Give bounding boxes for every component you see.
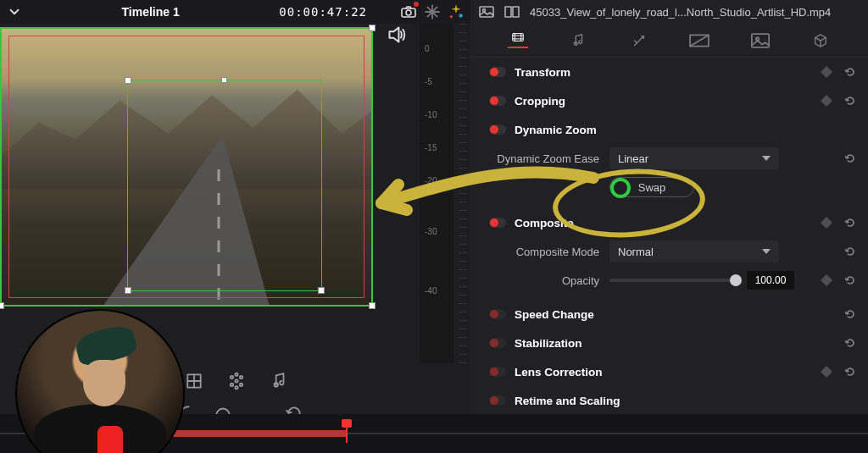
select-value: Normal [618,246,654,258]
param-composite-mode: Composite Mode Normal [489,237,856,266]
resize-handle[interactable] [369,25,376,31]
svg-point-10 [240,376,242,378]
grid-icon[interactable] [185,372,203,390]
section-cropping[interactable]: Cropping [489,86,856,115]
section-speed-change[interactable]: Speed Change [489,300,856,329]
section-stabilization[interactable]: Stabilization [489,329,856,357]
reset-icon[interactable] [844,366,856,378]
chevron-down-icon [762,249,771,254]
reset-icon[interactable] [844,152,856,164]
tab-effects[interactable] [629,33,649,48]
keyframe-icon[interactable] [821,66,832,78]
speaker-icon[interactable] [387,25,406,44]
audio-meter: 0 -5 -10 -15 -20 -30 -40 [420,24,453,363]
tab-file[interactable] [810,33,831,48]
svg-rect-15 [480,7,493,17]
section-label: Speed Change [515,308,594,321]
toggle-icon[interactable] [489,124,506,135]
resize-handle[interactable] [369,302,376,309]
inspector-header: 45033_View_of_lonely_road_l...North_Stud… [470,0,868,24]
sparkle-icon[interactable] [425,4,440,19]
section-label: Dynamic Zoom [515,124,597,136]
svg-point-2 [459,14,463,18]
section-transform[interactable]: Transform [489,58,856,86]
ease-select[interactable]: Linear [609,147,779,169]
meter-mark: -5 [425,77,432,86]
color-sparkle-icon[interactable] [448,4,464,19]
opacity-slider[interactable] [609,279,737,282]
playhead[interactable] [346,424,348,443]
chevron-down-icon [762,156,771,161]
reset-icon[interactable] [844,66,856,78]
svg-point-8 [235,379,237,382]
master-timecode[interactable]: 00:00:47:22 [279,5,367,19]
section-label: Lens Correction [515,366,603,378]
reset-icon[interactable] [844,337,856,349]
dual-view-icon[interactable] [504,4,520,19]
viewer-frame[interactable] [0,27,373,307]
opacity-value[interactable]: 100.00 [747,271,794,290]
section-retime-scaling[interactable]: Retime and Scaling [489,386,856,415]
particles-icon[interactable] [227,372,246,390]
resize-handle[interactable] [221,77,227,83]
toggle-icon[interactable] [489,367,506,377]
resize-handle[interactable] [125,287,131,294]
audio-meter-bar [459,24,467,363]
svg-rect-19 [513,33,524,41]
svg-point-3 [450,15,453,18]
composite-mode-select[interactable]: Normal [609,240,779,262]
section-label: Cropping [515,95,565,108]
svg-point-13 [235,373,237,376]
timeline-title: Timeline 1 [31,5,270,19]
section-dynamic-zoom[interactable]: Dynamic Zoom [489,115,856,144]
svg-rect-17 [505,7,511,17]
toggle-icon[interactable] [489,96,506,106]
param-swap: Swap [489,173,856,202]
svg-rect-18 [513,7,519,17]
toggle-icon[interactable] [489,218,506,228]
slider-knob[interactable] [730,274,742,286]
resize-handle[interactable] [125,77,131,84]
tab-video[interactable] [508,33,528,48]
keyframe-icon[interactable] [821,217,832,229]
dynamic-zoom-end-frame[interactable] [127,80,322,291]
keyframe-icon[interactable] [821,274,832,286]
inspector-body: Transform Cropping Dynamic Zoom Dynamic … [470,58,868,453]
svg-point-12 [240,384,242,386]
param-label: Dynamic Zoom Ease [489,152,599,165]
section-lens-correction[interactable]: Lens Correction [489,357,856,386]
inspector-panel: 45033_View_of_lonely_road_l...North_Stud… [470,0,868,453]
toggle-icon[interactable] [489,395,506,406]
section-label: Transform [515,66,570,79]
music-note-icon[interactable] [270,372,288,390]
chevron-down-icon[interactable] [7,4,22,19]
image-icon[interactable] [479,4,494,19]
resize-handle[interactable] [318,287,325,294]
keyframe-icon[interactable] [821,366,832,378]
resize-handle[interactable] [0,302,4,309]
reset-icon[interactable] [844,246,856,257]
svg-point-9 [231,376,233,378]
tab-audio[interactable] [568,33,588,48]
reset-icon[interactable] [844,274,856,286]
camera-icon[interactable] [401,4,416,19]
toggle-icon[interactable] [489,67,506,77]
meter-mark: -15 [425,143,437,152]
keyframe-icon[interactable] [821,95,832,107]
svg-point-22 [756,37,759,40]
section-label: Stabilization [515,337,582,350]
tab-transition[interactable] [689,33,709,48]
reset-icon[interactable] [844,217,856,229]
meter-mark: -20 [425,176,437,185]
reset-icon[interactable] [844,308,856,320]
reset-icon[interactable] [844,95,856,107]
toggle-icon[interactable] [489,309,506,319]
param-label: Opacity [489,274,599,287]
svg-rect-21 [752,34,769,47]
param-label: Composite Mode [489,246,599,258]
tab-image[interactable] [750,33,771,48]
svg-point-14 [235,386,237,389]
section-composite[interactable]: Composite [489,208,856,237]
toggle-icon[interactable] [489,338,506,348]
svg-point-16 [483,9,486,12]
